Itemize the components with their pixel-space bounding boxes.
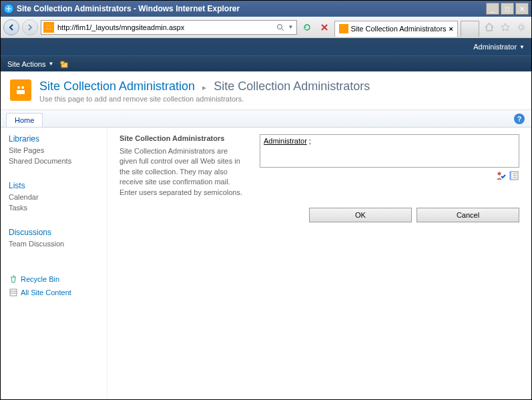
stop-button[interactable] [317,20,332,35]
svg-point-13 [498,172,501,176]
svg-point-7 [21,86,24,89]
refresh-button[interactable] [300,20,314,35]
site-favicon-icon: ⬚ [43,22,54,33]
svg-point-6 [17,86,20,89]
chevron-down-icon: ▼ [48,61,53,67]
recycle-bin-label: Recycle Bin [21,275,59,283]
nav-calendar[interactable]: Calendar [9,193,99,201]
discussions-heading[interactable]: Discussions [9,228,99,237]
arrow-left-icon [7,23,15,31]
all-site-content-label: All Site Content [21,288,71,296]
sharepoint-ribbon: Administrator ▼ [1,38,531,55]
all-site-content-link[interactable]: All Site Content [9,288,99,297]
browse-people-icon[interactable] [509,170,519,181]
svg-line-2 [282,29,284,31]
url-dropdown-icon[interactable]: ▼ [286,24,296,30]
navigate-up-icon[interactable] [59,59,69,69]
top-nav-bar: Home ? [1,110,531,128]
window-title: Site Collection Administrators - Windows… [17,4,485,13]
breadcrumb: Site Collection Administration ▸ Site Co… [39,79,370,93]
all-content-icon [9,288,18,297]
page-description: Use this page to add and remove site col… [39,95,370,103]
back-button[interactable] [3,19,19,35]
site-actions-menu[interactable]: Site Actions ▼ [7,60,53,68]
section-description: Site Collection Administrators are given… [119,146,246,198]
browser-tab[interactable]: Site Collection Administrators × [334,21,459,37]
url-input[interactable] [56,23,275,31]
site-actions-label: Site Actions [7,60,45,68]
address-bar[interactable]: ⬚ ▼ [41,20,297,35]
arrow-right-icon [26,23,34,31]
people-picker-input[interactable]: Administrator ; [260,134,519,168]
chevron-down-icon: ▼ [519,44,525,50]
lists-heading[interactable]: Lists [9,181,99,190]
new-tab-button[interactable] [461,21,479,37]
nav-tasks[interactable]: Tasks [9,204,99,212]
minimize-button[interactable]: _ [486,3,499,15]
user-label: Administrator [473,43,517,51]
favorites-icon[interactable] [498,20,513,35]
help-icon[interactable]: ? [514,114,525,124]
svg-rect-10 [10,289,17,296]
search-icon[interactable] [275,22,286,33]
user-menu[interactable]: Administrator ▼ [473,43,525,51]
nav-shared-documents[interactable]: Shared Documents [9,157,99,165]
tab-favicon-icon [339,24,348,33]
maximize-button[interactable]: □ [501,3,514,15]
ie-icon [3,3,14,14]
close-window-button[interactable]: ✕ [515,3,529,15]
tab-title: Site Collection Administrators [351,25,447,33]
forward-button[interactable] [22,19,38,35]
left-navigation: Libraries Site Pages Shared Documents Li… [1,128,107,400]
tab-close-button[interactable]: × [449,25,453,33]
cancel-button[interactable]: Cancel [417,208,519,222]
breadcrumb-parent-link[interactable]: Site Collection Administration [39,79,195,93]
svg-rect-5 [61,61,64,64]
home-icon[interactable] [482,20,497,35]
section-title: Site Collection Administrators [119,134,246,142]
main-content: Site Collection Administrators Site Coll… [107,128,531,400]
svg-point-3 [519,25,523,29]
check-names-icon[interactable] [495,170,506,181]
svg-rect-8 [17,90,21,94]
recycle-bin-icon [9,274,18,284]
window-titlebar: Site Collection Administrators - Windows… [1,1,531,17]
browser-toolbar: ⬚ ▼ Site Collection Administrators × [1,17,531,38]
nav-site-pages[interactable]: Site Pages [9,146,99,154]
breadcrumb-current: Site Collection Administrators [214,79,370,93]
libraries-heading[interactable]: Libraries [9,134,99,144]
page-title-area: Site Collection Administration ▸ Site Co… [1,71,531,110]
ok-button[interactable]: OK [309,208,412,222]
site-actions-bar: Site Actions ▼ [1,55,531,71]
svg-rect-9 [21,90,25,94]
breadcrumb-separator-icon: ▸ [202,83,206,92]
people-entry: Administrator [264,137,307,145]
recycle-bin-link[interactable]: Recycle Bin [9,274,99,284]
home-tab[interactable]: Home [6,113,43,127]
page-icon [10,79,31,101]
tools-icon[interactable] [514,20,529,35]
svg-point-1 [277,24,282,29]
nav-team-discussion[interactable]: Team Discussion [9,240,99,248]
svg-rect-15 [510,172,511,180]
